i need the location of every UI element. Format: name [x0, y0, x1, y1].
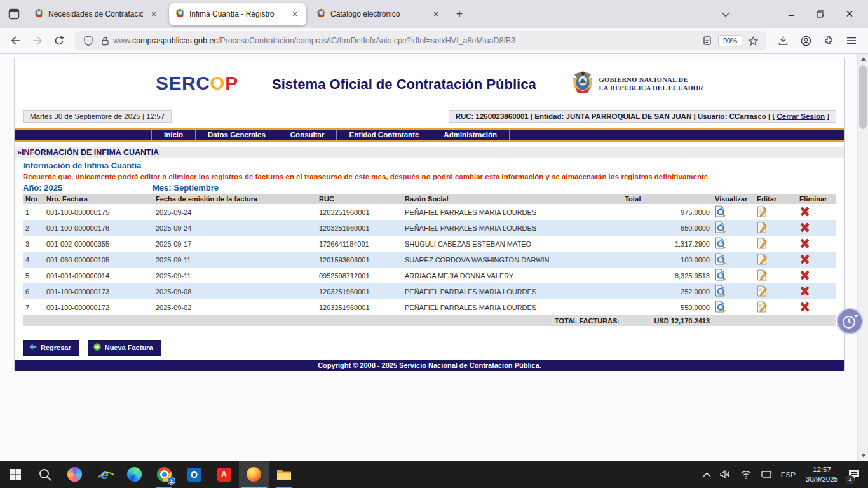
eliminar-icon[interactable] — [799, 286, 810, 296]
eliminar-icon[interactable] — [799, 270, 810, 280]
total-facturas-value: USD 12,170.2413 — [622, 315, 712, 326]
extensions-icon[interactable] — [817, 31, 840, 50]
copilot-icon[interactable] — [60, 461, 90, 488]
scroll-down-icon[interactable] — [858, 451, 868, 461]
editar-icon[interactable] — [757, 222, 768, 233]
menu-hamburger-icon[interactable] — [840, 31, 863, 50]
header-fecha: Fecha de emisión de la factura — [153, 194, 316, 204]
invoice-row: 6001-100-0000001732025-09-08120325196000… — [23, 283, 836, 299]
wifi-icon[interactable] — [736, 461, 756, 488]
window-minimize-button[interactable]: – — [776, 1, 806, 27]
outlook-icon[interactable]: O — [179, 461, 209, 488]
cell-razon: SUAREZ CORDOVA WASHINGTON DARWIN — [402, 252, 622, 268]
file-explorer-icon[interactable] — [269, 461, 299, 488]
zoom-level-badge[interactable]: 90% — [718, 35, 742, 46]
forward-icon[interactable] — [27, 31, 48, 50]
cell-fecha: 2025-09-11 — [153, 252, 316, 268]
tab-list-chevron-icon[interactable] — [713, 4, 738, 24]
eliminar-icon[interactable] — [799, 207, 810, 217]
page-scrollbar[interactable] — [857, 54, 868, 461]
editar-icon[interactable] — [757, 285, 768, 297]
taskbar-search-icon[interactable] — [30, 461, 60, 488]
window-maximize-button[interactable] — [806, 1, 835, 27]
system-tray: ESP 12:57 30/9/2025 4 — [698, 461, 868, 488]
tab-close-icon[interactable]: × — [288, 8, 301, 20]
notification-center-icon[interactable]: 4 — [844, 461, 868, 488]
visualizar-icon[interactable] — [715, 253, 726, 265]
start-button-icon[interactable] — [0, 461, 30, 488]
visualizar-icon[interactable] — [715, 285, 726, 297]
tracking-shield-icon[interactable] — [80, 32, 97, 49]
visualizar-icon[interactable] — [715, 205, 726, 217]
back-icon[interactable] — [5, 31, 27, 50]
new-tab-button[interactable]: + — [450, 4, 469, 24]
visualizar-icon[interactable] — [715, 221, 726, 233]
eliminar-icon[interactable] — [799, 238, 810, 248]
visualizar-icon[interactable] — [715, 269, 726, 281]
tray-chevron-up-icon[interactable] — [698, 461, 715, 488]
scroll-up-icon[interactable] — [858, 54, 868, 64]
session-entidad: Entidad: JUNTA PARROQUIAL DE SAN JUAN — [534, 112, 691, 120]
downloads-icon[interactable] — [771, 31, 794, 50]
window-close-button[interactable]: ✕ — [835, 1, 864, 27]
eliminar-icon[interactable] — [799, 254, 810, 264]
firefox-view-icon[interactable] — [4, 4, 24, 24]
logout-link[interactable]: Cerrar Sesión — [777, 112, 825, 120]
windows-taskbar: e O A ESP 12:57 30/9/2025 4 — [0, 461, 868, 488]
cell-factura: 001-100-000000173 — [44, 283, 153, 299]
menu-item-inicio[interactable]: Inicio — [151, 130, 196, 140]
lock-icon[interactable] — [97, 32, 113, 49]
editar-icon[interactable] — [757, 206, 768, 217]
header-ruc: RUC — [316, 194, 402, 204]
menu-item-consultar[interactable]: Consultar — [278, 130, 337, 140]
cell-nro: 4 — [23, 252, 44, 268]
eliminar-icon[interactable] — [799, 302, 810, 312]
edge-icon[interactable] — [119, 461, 149, 488]
cell-visualizar — [712, 252, 754, 268]
tab-infima-cuantia-active[interactable]: Infima Cuantía - Registro × — [169, 3, 306, 25]
nueva-factura-button[interactable]: Nueva Factura — [88, 340, 161, 356]
acrobat-icon[interactable]: A — [209, 461, 239, 488]
tab-title: Infima Cuantía - Registro — [189, 10, 284, 18]
reader-mode-icon[interactable] — [699, 32, 715, 49]
tab-necesidades[interactable]: Necesidades de Contratación y × — [28, 3, 165, 25]
reload-icon[interactable] — [48, 31, 70, 50]
menu-item-administracion[interactable]: Administración — [431, 130, 510, 140]
taskbar-clock[interactable]: 12:57 30/9/2025 — [800, 465, 844, 484]
firefox-icon[interactable] — [239, 461, 269, 488]
page-footer: Copyright © 2008 - 2025 Servicio Naciona… — [15, 360, 844, 371]
editar-icon[interactable] — [757, 254, 768, 265]
chrome-icon[interactable] — [149, 461, 179, 488]
page-title: Sistema Oficial de Contratación Pública — [272, 76, 536, 93]
menu-item-entidad-contratante[interactable]: Entidad Contratante — [337, 130, 431, 140]
display-connect-icon[interactable] — [756, 461, 776, 488]
cell-razon: PEÑAFIEL PARRALES MARIA LOURDES — [402, 283, 622, 299]
language-indicator[interactable]: ESP — [776, 461, 800, 488]
url-text[interactable]: www.compraspublicas.gob.ec/ProcesoContra… — [113, 36, 699, 45]
url-bar[interactable]: www.compraspublicas.gob.ec/ProcesoContra… — [75, 31, 766, 50]
cell-nro: 1 — [23, 204, 44, 220]
total-row: TOTAL FACTURAS: USD 12,170.2413 — [23, 315, 836, 326]
tab-close-icon[interactable]: × — [147, 8, 160, 20]
bookmark-star-icon[interactable] — [745, 32, 761, 49]
editar-icon[interactable] — [757, 238, 768, 249]
url-path: /ProcesoContratacion/compras/IC/frmDetIn… — [218, 36, 516, 45]
scrollbar-thumb[interactable] — [859, 65, 867, 129]
tab-close-icon[interactable]: × — [430, 8, 442, 20]
visualizar-icon[interactable] — [715, 301, 726, 313]
visualizar-icon[interactable] — [715, 237, 726, 249]
internet-explorer-icon[interactable]: e — [90, 461, 119, 488]
volume-icon[interactable] — [715, 461, 736, 488]
header-nro: Nro — [23, 194, 44, 204]
eliminar-icon[interactable] — [799, 222, 810, 233]
regresar-button[interactable]: Regresar — [23, 340, 79, 356]
cell-nro: 3 — [23, 236, 44, 252]
header-razon: Razón Social — [402, 194, 622, 204]
editar-icon[interactable] — [757, 269, 768, 281]
header-visualizar: Visualizar — [712, 194, 754, 204]
account-icon[interactable] — [794, 31, 817, 50]
tab-catalogo[interactable]: Catálogo electrónico × — [310, 3, 447, 25]
floating-clock-widget[interactable] — [837, 308, 863, 334]
menu-item-datos-generales[interactable]: Datos Generales — [196, 130, 278, 140]
editar-icon[interactable] — [757, 301, 768, 313]
